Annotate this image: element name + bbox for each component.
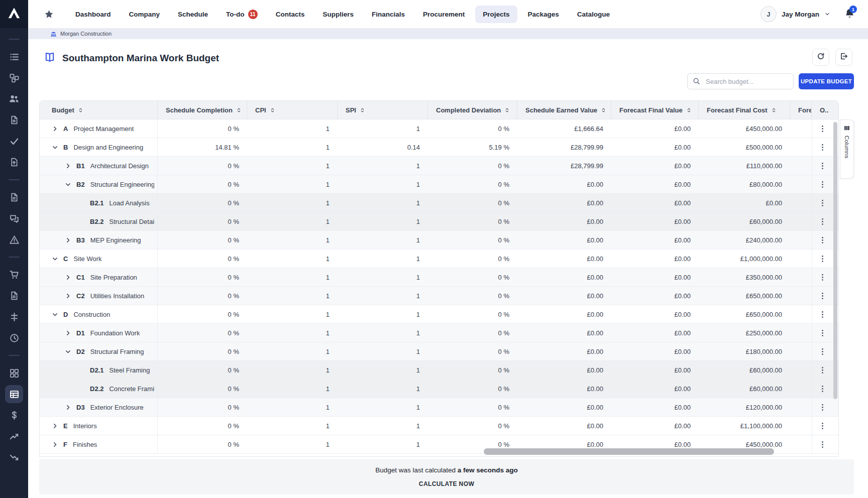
row-actions-button[interactable]: [818, 422, 827, 430]
row-actions-button[interactable]: [818, 162, 827, 170]
row-actions-button[interactable]: [818, 440, 827, 449]
sidebar-item-table[interactable]: [5, 385, 23, 403]
notifications-button[interactable]: 1: [844, 8, 855, 21]
sidebar-item-sitemap[interactable]: [4, 67, 24, 88]
sidebar-item-document[interactable]: [4, 285, 24, 306]
budget-row[interactable]: D2.1Steel Framing0 %110 %£0.00£0.00£60,0…: [40, 361, 838, 380]
collapse-chevron-icon[interactable]: [65, 348, 72, 355]
sidebar-item-warning[interactable]: [4, 229, 24, 250]
chevron-down-icon[interactable]: [824, 11, 830, 17]
nav-item-projects[interactable]: Projects: [475, 6, 517, 23]
update-budget-button[interactable]: UPDATE BUDGET: [799, 73, 854, 89]
columns-panel-toggle[interactable]: Columns: [840, 119, 854, 179]
column-header-cpi[interactable]: CPI: [247, 101, 338, 119]
sidebar-item-trend-up[interactable]: [4, 426, 24, 447]
row-actions-button[interactable]: [818, 143, 827, 152]
budget-row[interactable]: D3Exterior Enclosure0 %110 %£0.00£0.00£1…: [40, 398, 838, 417]
expand-chevron-icon[interactable]: [65, 237, 72, 243]
budget-row[interactable]: B2.1Load Analysis0 %110 %£0.00£0.00£0.00: [40, 194, 838, 212]
user-name[interactable]: Jay Morgan: [782, 11, 819, 18]
expand-chevron-icon[interactable]: [52, 441, 59, 448]
column-header-spi[interactable]: SPI: [338, 101, 428, 119]
expand-chevron-icon[interactable]: [65, 274, 72, 281]
nav-item-contacts[interactable]: Contacts: [268, 6, 312, 23]
expand-chevron-icon[interactable]: [65, 404, 72, 411]
row-actions-button[interactable]: [818, 125, 827, 133]
avatar[interactable]: J: [761, 6, 777, 22]
row-actions-button[interactable]: [818, 292, 827, 300]
collapse-chevron-icon[interactable]: [65, 181, 72, 188]
export-button[interactable]: [835, 49, 852, 66]
favorite-star-icon[interactable]: [44, 10, 54, 19]
budget-row[interactable]: B3MEP Engineering0 %110 %£0.00£0.00£240,…: [40, 231, 838, 250]
sidebar-item-list[interactable]: [4, 46, 24, 67]
budget-row[interactable]: BDesign and Engineering14.81 %10.145.19 …: [40, 138, 838, 157]
budget-row[interactable]: DConstruction0 %110 %£0.00£0.00£650,000.…: [40, 305, 838, 324]
breadcrumb-company[interactable]: Morgan Construction: [60, 31, 112, 37]
expand-chevron-icon[interactable]: [65, 330, 72, 336]
nav-item-suppliers[interactable]: Suppliers: [315, 6, 361, 23]
sidebar-item-grid[interactable]: [4, 362, 24, 384]
sidebar-item-tune[interactable]: [4, 306, 24, 327]
nav-item-company[interactable]: Company: [122, 6, 168, 23]
column-header-schedule_completion[interactable]: Schedule Completion: [158, 101, 247, 119]
row-actions-button[interactable]: [818, 180, 827, 189]
sidebar-item-dollar[interactable]: [4, 405, 24, 426]
row-actions-button[interactable]: [818, 199, 827, 207]
row-actions-button[interactable]: [818, 403, 827, 412]
budget-row[interactable]: D2Structural Framing0 %110 %£0.00£0.00£1…: [40, 342, 838, 361]
expand-chevron-icon[interactable]: [65, 293, 72, 299]
sidebar-item-check[interactable]: [4, 131, 24, 152]
calculate-now-button[interactable]: CALCULATE NOW: [419, 480, 474, 487]
budget-row[interactable]: D2.2Concrete Frami0 %110 %£0.00£0.00£60,…: [40, 380, 838, 398]
row-actions-button[interactable]: [818, 385, 827, 393]
sidebar-item-cart[interactable]: [4, 264, 24, 285]
row-actions-button[interactable]: [818, 236, 827, 244]
sidebar-item-document[interactable]: [4, 109, 24, 131]
nav-item-dashboard[interactable]: Dashboard: [68, 6, 119, 23]
expand-chevron-icon[interactable]: [52, 126, 59, 132]
nav-item-financials[interactable]: Financials: [364, 6, 412, 23]
column-header-budget[interactable]: Budget: [40, 101, 158, 119]
nav-item-procurement[interactable]: Procurement: [415, 6, 472, 23]
budget-row[interactable]: C2Utilities Installation0 %110 %£0.00£0.…: [40, 287, 838, 305]
row-actions-button[interactable]: [818, 329, 827, 337]
sidebar-item-file-upload[interactable]: [4, 152, 24, 173]
refresh-button[interactable]: [812, 49, 829, 66]
column-header-forecast_final_value[interactable]: Forecast Final Value: [611, 101, 699, 119]
budget-row[interactable]: D1Foundation Work0 %110 %£0.00£0.00£250,…: [40, 324, 838, 342]
nav-item-schedule[interactable]: Schedule: [170, 6, 215, 23]
budget-row[interactable]: C1Site Preparation0 %110 %£0.00£0.00£350…: [40, 268, 838, 287]
column-header-schedule_earned_value[interactable]: Schedule Earned Value: [517, 101, 611, 119]
row-actions-button[interactable]: [818, 217, 827, 226]
sidebar-item-clock[interactable]: [4, 327, 24, 348]
nav-item-to-do[interactable]: To-do11: [219, 5, 265, 24]
expand-chevron-icon[interactable]: [52, 423, 59, 429]
budget-row[interactable]: B2.2Structural Detai0 %110 %£0.00£0.00£6…: [40, 212, 838, 231]
row-actions-button[interactable]: [818, 366, 827, 375]
budget-row[interactable]: B2Structural Engineering0 %110 %£0.00£0.…: [40, 175, 838, 194]
budget-row[interactable]: CSite Work0 %110 %£0.00£0.00£1,000,000.0…: [40, 250, 838, 268]
sidebar-item-users[interactable]: [4, 88, 24, 109]
row-actions-button[interactable]: [818, 273, 827, 282]
collapse-chevron-icon[interactable]: [52, 144, 59, 151]
collapse-chevron-icon[interactable]: [52, 311, 59, 318]
horizontal-scrollbar-thumb[interactable]: [484, 448, 774, 455]
column-header-completed_deviation[interactable]: Completed Deviation: [428, 101, 517, 119]
sidebar-item-chat[interactable]: [4, 208, 24, 229]
app-logo[interactable]: [0, 0, 28, 28]
row-actions-button[interactable]: [818, 255, 827, 263]
collapse-chevron-icon[interactable]: [52, 256, 59, 262]
sidebar-item-document[interactable]: [4, 187, 24, 208]
row-actions-button[interactable]: [818, 310, 827, 319]
budget-row[interactable]: EInteriors0 %110 %£0.00£0.00£1,100,000.0…: [40, 417, 838, 435]
column-header-forecast_final_cost[interactable]: Forecast Final Cost: [699, 101, 790, 119]
vertical-scrollbar-thumb[interactable]: [833, 122, 837, 399]
expand-chevron-icon[interactable]: [65, 163, 72, 169]
row-actions-button[interactable]: [818, 347, 827, 356]
budget-row[interactable]: AProject Management0 %110 %£1,666.64£0.0…: [40, 119, 838, 138]
sidebar-item-trend-down[interactable]: [4, 447, 24, 468]
search-input[interactable]: [687, 73, 794, 89]
nav-item-catalogue[interactable]: Catalogue: [570, 6, 617, 23]
budget-row[interactable]: B1Architectural Design0 %110 %£28,799.99…: [40, 157, 838, 175]
